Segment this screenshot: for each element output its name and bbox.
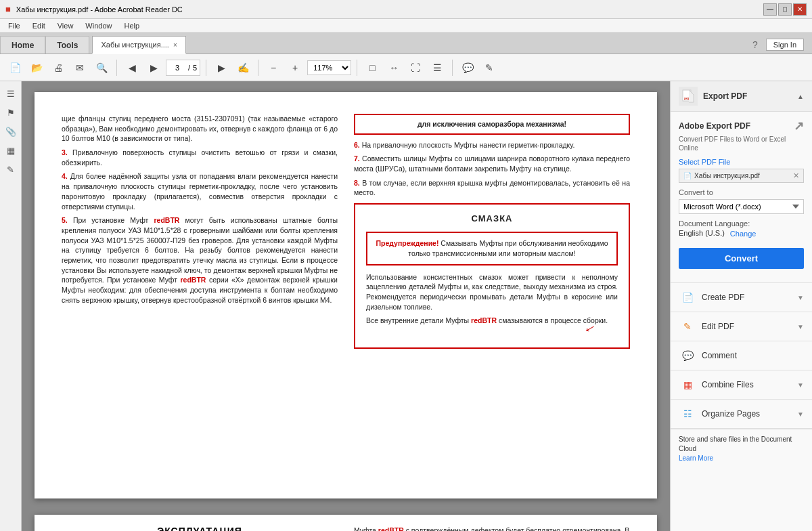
convert-to-label: Convert to bbox=[679, 188, 804, 196]
menu-window[interactable]: Window bbox=[80, 20, 117, 32]
organize-pages-label: Organize Pages bbox=[702, 409, 760, 419]
pdf-num-6: 6. bbox=[354, 141, 360, 149]
eks-title: ЭКСПЛУАТАЦИЯ bbox=[62, 526, 338, 531]
tab-close-btn[interactable]: × bbox=[173, 41, 177, 49]
comment-icon: 💬 bbox=[679, 347, 696, 364]
minimize-button[interactable]: — bbox=[763, 3, 777, 16]
pdf-viewer[interactable]: щие фланцы ступиц переднего моста (3151-… bbox=[22, 81, 670, 531]
toolbar-email-btn[interactable]: ✉ bbox=[70, 58, 89, 77]
eks-brand: redBTR bbox=[378, 526, 404, 531]
toolbar-open-btn[interactable]: 📂 bbox=[27, 58, 46, 77]
toolbar-fit-width-btn[interactable]: ↔ bbox=[384, 58, 403, 77]
tab-bar-right: ? Sign In bbox=[752, 39, 804, 51]
eks-col-left: ЭКСПЛУАТАЦИЯ Внимание! Включать Муфты сл… bbox=[62, 526, 338, 531]
smazka-section: СМАЗКА Предупреждение! Смазывать Муфты п… bbox=[354, 203, 630, 349]
toolbar-print-btn[interactable]: 🖨 bbox=[49, 58, 68, 77]
export-pdf-header[interactable]: PDF Export PDF ▲ bbox=[671, 81, 812, 112]
toolbar-sep-1 bbox=[116, 60, 117, 76]
edit-pdf-icon: ✎ bbox=[679, 318, 696, 335]
edit-pdf-label: Edit PDF bbox=[702, 322, 734, 331]
toolbar-fullscreen-btn[interactable]: ⛶ bbox=[406, 58, 425, 77]
tab-document[interactable]: Хабы инструкция.... × bbox=[92, 36, 185, 54]
tab-document-label: Хабы инструкция.... bbox=[101, 41, 168, 49]
pdf-right-p8: 8. В том случае, если верхняя крышка муф… bbox=[354, 178, 630, 198]
edit-pdf-section[interactable]: ✎ Edit PDF ▼ bbox=[671, 312, 812, 341]
comment-section[interactable]: 💬 Comment bbox=[671, 341, 812, 370]
left-panel-layers[interactable]: ▦ bbox=[3, 142, 19, 158]
pdf-para-5: 5. При установке Муфт redBTR могут быть … bbox=[62, 215, 338, 305]
page-total: 5 bbox=[193, 64, 197, 72]
combine-files-label: Combine Files bbox=[702, 380, 754, 389]
svg-text:PDF: PDF bbox=[683, 97, 690, 100]
export-pdf-icon: PDF bbox=[679, 87, 698, 106]
create-pdf-section[interactable]: 📄 Create PDF ▼ bbox=[671, 283, 812, 312]
create-pdf-left: 📄 Create PDF bbox=[679, 289, 744, 306]
adobe-export-expand-icon[interactable]: ↗ bbox=[794, 119, 804, 133]
pdf-icon-svg: PDF bbox=[682, 89, 694, 103]
organize-pages-left: ☷ Organize Pages bbox=[679, 405, 760, 423]
toolbar-search-btn[interactable]: 🔍 bbox=[92, 58, 111, 77]
menu-view[interactable]: View bbox=[52, 20, 79, 32]
combine-files-chevron: ▼ bbox=[797, 381, 804, 389]
maximize-button[interactable]: □ bbox=[778, 3, 792, 16]
page-current-input[interactable] bbox=[169, 62, 185, 74]
organize-pages-section[interactable]: ☷ Organize Pages ▼ bbox=[671, 400, 812, 429]
toolbar-prev-btn[interactable]: ◀ bbox=[122, 58, 141, 77]
menu-file[interactable]: File bbox=[3, 20, 26, 32]
toolbar-hand-btn[interactable]: ✍ bbox=[233, 58, 252, 77]
export-pdf-chevron[interactable]: ▲ bbox=[797, 93, 804, 100]
toolbar-select-btn[interactable]: ▶ bbox=[212, 58, 231, 77]
adobe-export-subtitle: Convert PDF Files to Word or Excel Onlin… bbox=[679, 135, 804, 152]
create-pdf-chevron: ▼ bbox=[797, 294, 804, 301]
smazka-body-p1: Использование консистентных смазок может… bbox=[366, 272, 618, 312]
menu-help[interactable]: Help bbox=[118, 20, 145, 32]
left-panel-attachments[interactable]: 📎 bbox=[3, 123, 19, 140]
convert-to-select[interactable]: Microsoft Word (*.docx) Microsoft Excel … bbox=[679, 199, 804, 214]
smazka-brand: redBTR bbox=[471, 316, 497, 324]
file-pill-icon: 📄 bbox=[683, 172, 692, 179]
pdf-col-right: для исключения саморазбора механизма! 6.… bbox=[354, 114, 630, 477]
eks-col-right: Муфта redBTR с подтверждённым дефектом б… bbox=[354, 526, 630, 531]
left-panel-thumbs[interactable]: ☰ bbox=[3, 85, 19, 102]
sign-in-button[interactable]: Sign In bbox=[766, 39, 804, 51]
ekspluatatsiya-page: ЭКСПЛУАТАЦИЯ Внимание! Включать Муфты сл… bbox=[35, 515, 657, 531]
smazka-warning-red: Предупреждение! bbox=[376, 239, 438, 247]
comment-label: Comment bbox=[702, 351, 737, 360]
toolbar-draw-btn[interactable]: ✎ bbox=[480, 58, 499, 77]
select-pdf-label[interactable]: Select PDF File bbox=[679, 158, 804, 166]
zoom-select[interactable]: 117% 100% 75% 150% bbox=[307, 60, 351, 75]
menu-edit[interactable]: Edit bbox=[27, 20, 51, 32]
change-link[interactable]: Change bbox=[730, 230, 757, 238]
file-pill-close[interactable]: ✕ bbox=[793, 171, 799, 180]
toolbar-next-btn[interactable]: ▶ bbox=[144, 58, 163, 77]
toolbar-comment-btn[interactable]: 💬 bbox=[458, 58, 477, 77]
toolbar-zoom-out-btn[interactable]: − bbox=[264, 58, 283, 77]
title-bar-left: ■ Хабы инструкция.pdf - Adobe Acrobat Re… bbox=[5, 4, 183, 14]
convert-button[interactable]: Convert bbox=[679, 248, 804, 269]
toolbar-fit-page-btn[interactable]: □ bbox=[363, 58, 382, 77]
toolbar: 📄 📂 🖨 ✉ 🔍 ◀ ▶ / 5 ▶ ✍ − + 117% 100% 75% … bbox=[0, 54, 812, 81]
toolbar-sep-2 bbox=[206, 60, 206, 76]
toolbar-reading-btn[interactable]: ☰ bbox=[428, 58, 447, 77]
pdf-right-p6: 6. На привалочную плоскость Муфты нанест… bbox=[354, 140, 630, 150]
learn-more-link[interactable]: Learn More bbox=[679, 454, 713, 462]
left-panel-edit[interactable]: ✎ bbox=[3, 161, 19, 177]
pdf-num-8: 8. bbox=[354, 179, 360, 187]
toolbar-zoom-in-btn[interactable]: + bbox=[286, 58, 304, 77]
adobe-export-title: Adobe Export PDF ↗ bbox=[679, 119, 804, 133]
smazka-warning-box: Предупреждение! Смазывать Муфты при обсл… bbox=[366, 232, 618, 265]
pdf-col-left: щие фланцы ступиц переднего моста (3151-… bbox=[62, 114, 338, 477]
pdf-num-3: 3. bbox=[62, 148, 68, 156]
tab-tools[interactable]: Tools bbox=[45, 36, 89, 54]
toolbar-new-btn[interactable]: 📄 bbox=[5, 58, 24, 77]
combine-files-section[interactable]: ▦ Combine Files ▼ bbox=[671, 370, 812, 400]
pdf-brand-1: redBTR bbox=[154, 216, 180, 224]
close-button[interactable]: ✕ bbox=[793, 3, 807, 16]
app-icon: ■ bbox=[5, 4, 11, 14]
left-panel-bookmarks[interactable]: ⚑ bbox=[3, 104, 19, 121]
toolbar-sep-4 bbox=[357, 60, 357, 76]
edit-pdf-chevron: ▼ bbox=[797, 323, 804, 331]
help-icon[interactable]: ? bbox=[752, 39, 758, 50]
tab-home[interactable]: Home bbox=[0, 36, 45, 54]
page-sep: / bbox=[188, 64, 190, 72]
